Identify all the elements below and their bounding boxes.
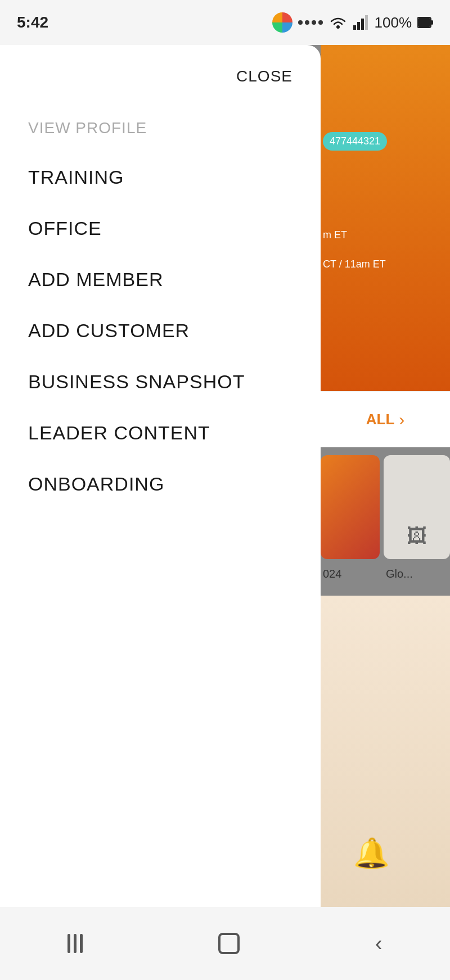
- battery-text: 100%: [375, 14, 412, 31]
- nav-home-button[interactable]: [218, 933, 240, 954]
- svg-rect-1: [353, 25, 356, 30]
- bg-lower-panel: [321, 596, 450, 944]
- see-all-label: ALL: [366, 411, 395, 428]
- app-icon: [272, 12, 292, 33]
- menu-item-business-snapshot[interactable]: BUSINESS SNAPSHOT: [28, 371, 321, 393]
- bg-badge: 477444321: [323, 132, 387, 151]
- menu-item-view-profile[interactable]: VIEW PROFILE: [28, 119, 321, 137]
- bell-icon[interactable]: 🔔: [353, 836, 390, 870]
- bg-card-1: [321, 455, 380, 559]
- menu-item-training[interactable]: TRAINING: [28, 166, 321, 188]
- bg-card-2: 🖼: [384, 455, 450, 559]
- bg-orange-panel: [321, 45, 450, 399]
- svg-rect-2: [357, 22, 360, 30]
- menu-item-office[interactable]: OFFICE: [28, 217, 321, 239]
- menu-item-add-customer[interactable]: ADD CUSTOMER: [28, 320, 321, 342]
- svg-point-0: [336, 25, 340, 29]
- nav-bar: ‹: [0, 907, 450, 980]
- menu-item-leader-content[interactable]: LEADER CONTENT: [28, 422, 321, 444]
- bg-card-label-2: Glo...: [386, 568, 413, 580]
- menu-section: VIEW PROFILE TRAINING OFFICE ADD MEMBER …: [0, 97, 321, 933]
- chevron-right-icon: ›: [399, 410, 404, 429]
- svg-rect-7: [431, 20, 433, 25]
- bg-see-all-section: ALL ›: [321, 391, 450, 447]
- svg-rect-4: [365, 15, 368, 30]
- nav-back-button[interactable]: ‹: [375, 933, 382, 954]
- menu-item-add-member[interactable]: ADD MEMBER: [28, 269, 321, 291]
- signal-icon: [353, 15, 369, 30]
- status-icons: 100%: [272, 12, 434, 33]
- battery-icon: [417, 16, 433, 29]
- image-icon: 🖼: [407, 524, 427, 548]
- bg-card-label-1: 024: [323, 568, 341, 580]
- svg-rect-3: [361, 19, 364, 30]
- close-button[interactable]: CLOSE: [236, 67, 292, 85]
- nav-home-icon: [218, 933, 240, 954]
- status-bar: 5:42 100%: [0, 0, 450, 45]
- nav-back-icon: ‹: [375, 933, 382, 954]
- menu-item-onboarding[interactable]: ONBOARDING: [28, 473, 321, 495]
- side-drawer: CLOSE VIEW PROFILE TRAINING OFFICE ADD M…: [0, 45, 321, 933]
- bg-time2: CT / 11am ET: [323, 258, 386, 270]
- close-btn-row: CLOSE: [0, 45, 321, 97]
- nav-menu-button[interactable]: [68, 934, 83, 953]
- svg-rect-6: [418, 18, 430, 27]
- dots-icon: [298, 20, 323, 25]
- wifi-icon: [328, 15, 348, 30]
- nav-menu-icon: [68, 934, 83, 953]
- bg-time1: m ET: [323, 229, 347, 241]
- status-time: 5:42: [17, 13, 48, 31]
